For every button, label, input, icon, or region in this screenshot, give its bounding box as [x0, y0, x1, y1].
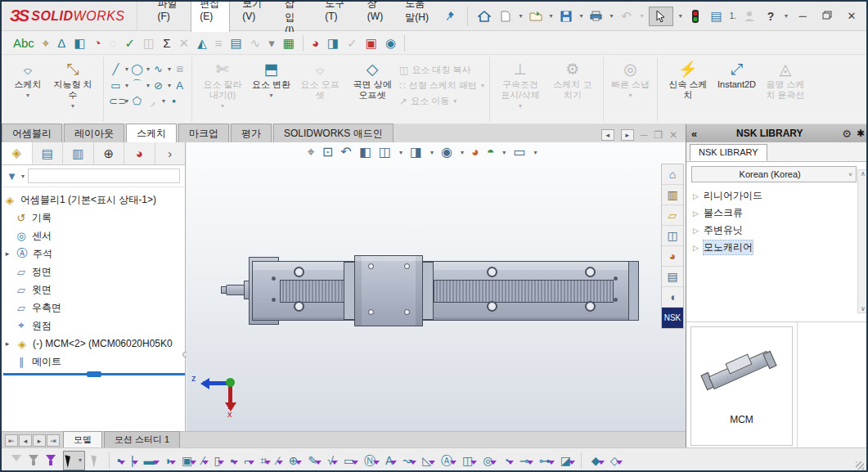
- tab-scroll-right-icon[interactable]: ▸: [621, 129, 634, 141]
- motion-study-tab[interactable]: 모션 스터디 1: [104, 431, 180, 447]
- tree-caret-icon[interactable]: ▷: [693, 192, 699, 200]
- performance-evaluation-icon[interactable]: ◔: [94, 37, 101, 49]
- tree-item-mcm-component[interactable]: ▸ ◈ (-) MCM<2> (MCM06020H05K0: [3, 335, 185, 353]
- ellipse-dropdown-icon[interactable]: ▾: [168, 82, 171, 89]
- filter-funnel-icon[interactable]: ▼: [7, 170, 17, 182]
- design-library-tab-icon[interactable]: ▥: [662, 185, 683, 205]
- nsk-item-ball-screw[interactable]: ▷ 볼스크류: [693, 205, 868, 222]
- compare-documents-icon[interactable]: ▣: [366, 37, 377, 49]
- tree-item-mates[interactable]: ∥ 메이트: [3, 353, 185, 371]
- axis-filter-icon[interactable]: ⁄: [202, 455, 204, 466]
- language-select[interactable]: Korean (Korea) ˅: [691, 166, 857, 182]
- arc-tool-icon[interactable]: ⌒: [130, 78, 144, 92]
- new-document-button[interactable]: [497, 7, 514, 26]
- tab-layout[interactable]: 레이아웃: [64, 124, 124, 142]
- last-tab-icon[interactable]: ⇥: [47, 434, 60, 447]
- surface-finish-filter-icon[interactable]: ◺: [422, 455, 431, 466]
- tree-item-history[interactable]: ↺ 기록: [3, 209, 185, 227]
- dimxpertmanager-tab[interactable]: ⊕: [94, 142, 125, 164]
- tree-item-annotations[interactable]: ▸ Ⓐ 주석: [3, 245, 185, 263]
- smart-dimension-dropdown-icon[interactable]: ▾: [71, 102, 74, 110]
- scroll-down-icon[interactable]: ∨: [861, 305, 866, 312]
- file-explorer-tab-icon[interactable]: ▱: [662, 205, 683, 226]
- fillet-tool-icon[interactable]: ◞: [146, 95, 160, 107]
- note-filter-icon[interactable]: A: [385, 455, 393, 466]
- hatch-filter-icon[interactable]: ✎: [308, 455, 317, 466]
- dowel-pin-filter-icon[interactable]: ⊸: [519, 455, 529, 466]
- face-filter-icon[interactable]: ▬: [144, 455, 155, 466]
- help-button[interactable]: ?: [762, 7, 779, 26]
- convert-dropdown-icon[interactable]: ▾: [270, 92, 273, 99]
- tab-evaluate[interactable]: 평가: [231, 124, 272, 142]
- spline-dropdown-icon[interactable]: ▾: [168, 65, 171, 73]
- circle-tool-icon[interactable]: ◯: [130, 63, 144, 75]
- restore-button[interactable]: [817, 10, 837, 22]
- custom-properties-tab-icon[interactable]: ▤: [662, 267, 683, 287]
- sketch-dropdown-icon[interactable]: ▾: [26, 92, 29, 99]
- model-tab[interactable]: 모델: [63, 431, 102, 447]
- tab-scroll-left-icon[interactable]: ◂: [601, 129, 614, 141]
- instant2d-button[interactable]: ⤢ Instant2D: [715, 59, 758, 91]
- datum-filter-icon[interactable]: Ⓐ: [441, 455, 452, 466]
- select-tool-pressed[interactable]: ▾: [63, 451, 85, 470]
- minimize-button[interactable]: ─: [793, 10, 812, 22]
- import-diagnostics-icon[interactable]: ▤: [230, 37, 241, 49]
- smart-dimension-button[interactable]: ⤡ 지능형 치수 ▾: [47, 59, 98, 110]
- new-document-dropdown-icon[interactable]: ▾: [519, 12, 523, 20]
- tree-filter-input[interactable]: [28, 169, 180, 183]
- doc-minimize-icon[interactable]: ─: [641, 129, 648, 141]
- mesh-facet-filter-icon[interactable]: ◪: [560, 455, 571, 466]
- tree-root-assembly[interactable]: ◈ 어셈블리1 (기본<표시 상태-1>): [3, 191, 185, 209]
- toolbar-dropdown-icon[interactable]: ▾: [268, 37, 275, 49]
- tree-caret-icon[interactable]: ▷: [693, 227, 699, 235]
- tree-caret-icon[interactable]: ▷: [693, 244, 699, 252]
- close-button[interactable]: ✕: [842, 10, 861, 22]
- circle-dropdown-icon[interactable]: ▾: [146, 65, 150, 73]
- save-button[interactable]: [558, 7, 574, 26]
- render-preview-icon[interactable]: ◕: [312, 37, 319, 49]
- measure-icon[interactable]: ⌖: [43, 37, 49, 49]
- mcm-actuator-model[interactable]: [187, 142, 686, 431]
- expand-caret-icon[interactable]: ▸: [3, 339, 11, 348]
- nsk-item-monocarrier[interactable]: ▷ 모노캐리어: [693, 239, 868, 256]
- texture-mapping-icon[interactable]: ◨: [327, 37, 339, 49]
- open-document-dropdown-icon[interactable]: ▾: [550, 12, 553, 20]
- mcm-preview-card[interactable]: MCM: [690, 326, 793, 446]
- appearances-tab-icon[interactable]: ◕: [662, 246, 683, 267]
- arc-dropdown-icon[interactable]: ▾: [146, 82, 150, 89]
- print-button[interactable]: [588, 7, 605, 26]
- text-tool-icon[interactable]: A: [173, 79, 187, 92]
- resize-grip[interactable]: [856, 461, 864, 470]
- tree-item-top-plane[interactable]: ▱ 윗면: [3, 281, 185, 299]
- tab-solidworks-addins[interactable]: SOLIDWORKS 애드인: [273, 124, 394, 142]
- configurationmanager-tab[interactable]: ▥: [63, 142, 94, 164]
- user-account-icon[interactable]: [741, 7, 758, 26]
- selection-box-icon[interactable]: ⧈: [173, 62, 187, 75]
- mass-properties-icon[interactable]: Δ: [57, 37, 65, 49]
- mesh-edge-filter-icon[interactable]: ◆: [591, 455, 600, 466]
- graphics-viewport[interactable]: ⌖⊡↶◧◫▾◨▾◉▾◕◓▾▭▾: [187, 142, 686, 431]
- ellipse-tool-icon[interactable]: ⊘: [151, 79, 165, 92]
- tree-item-sensors[interactable]: ◎ 센서: [3, 227, 185, 245]
- tab-markup[interactable]: 마크업: [178, 124, 229, 142]
- edrawings-icon[interactable]: ◉: [385, 37, 396, 49]
- toggle-filters-icon[interactable]: [46, 455, 56, 466]
- connection-point-filter-icon[interactable]: ⊶: [539, 455, 551, 466]
- plane-filter-icon[interactable]: ▯: [214, 455, 221, 466]
- select-tool-button[interactable]: [649, 7, 673, 26]
- language-dropdown-icon[interactable]: ˅: [848, 171, 852, 178]
- center-of-mass-filter-icon[interactable]: ◔: [502, 455, 509, 466]
- forum-tab-icon[interactable]: ◖: [662, 287, 683, 308]
- tree-item-origin[interactable]: ⌖ 원점: [3, 317, 185, 335]
- tab-sketch[interactable]: 스케치: [126, 124, 177, 142]
- line-tool-icon[interactable]: ╱: [109, 63, 123, 75]
- select-dropdown-icon[interactable]: ▾: [79, 456, 82, 464]
- view-palette-tab-icon[interactable]: ◫: [662, 226, 683, 246]
- surface-body-filter-icon[interactable]: ◗: [165, 455, 172, 466]
- pin-menu-icon[interactable]: [443, 7, 459, 26]
- gear-icon[interactable]: ⚙: [842, 128, 852, 140]
- dimension-filter-icon[interactable]: ▭: [344, 455, 354, 466]
- spline-tool-icon[interactable]: ∿: [151, 63, 165, 75]
- balloon-filter-icon[interactable]: Ⓝ: [364, 455, 376, 466]
- sketch-path-filter-icon[interactable]: ⌗: [260, 455, 267, 466]
